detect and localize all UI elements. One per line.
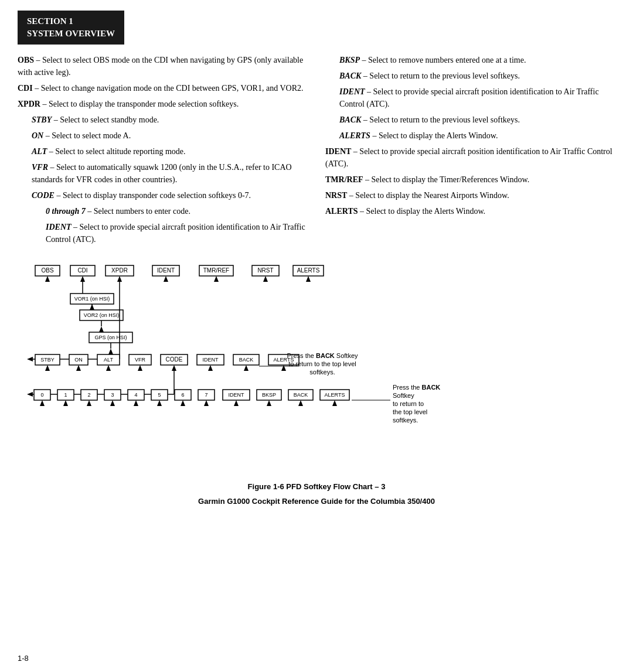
- svg-marker-33: [108, 349, 113, 354]
- bksp-entry: BKSP – Select to remove numbers entered …: [339, 54, 615, 66]
- page-footer: Garmin G1000 Cockpit Reference Guide for…: [0, 491, 633, 515]
- ident-entry2: IDENT – Select to provide special aircra…: [339, 86, 615, 110]
- right-column: BKSP – Select to remove numbers entered …: [325, 54, 615, 249]
- on-term: ON: [32, 131, 43, 140]
- svg-marker-14: [45, 276, 50, 282]
- ident-main-term: IDENT: [325, 147, 351, 156]
- alt-term: ALT: [32, 147, 47, 156]
- nrst-entry: NRST – Select to display the Nearest Air…: [325, 189, 615, 202]
- cdi-entry: CDI – Select to change navigation mode o…: [18, 82, 308, 94]
- alerts-entry1: ALERTS – Select to display the Alerts Wi…: [339, 129, 615, 142]
- svg-text:the top level: the top level: [393, 408, 427, 415]
- obs-term: OBS: [18, 56, 34, 64]
- svg-marker-100: [234, 400, 239, 406]
- svg-text:TMR/REF: TMR/REF: [203, 267, 229, 274]
- svg-text:ALERTS: ALERTS: [297, 267, 320, 274]
- alerts-term1: ALERTS: [339, 131, 370, 140]
- svg-text:BACK: BACK: [294, 392, 308, 398]
- flowchart-svg: OBS CDI XPDR IDENT TMR/REF NRST ALERTS: [18, 260, 615, 476]
- alerts-main-term: ALERTS: [325, 207, 358, 216]
- svg-marker-102: [298, 400, 303, 406]
- svg-text:XPDR: XPDR: [111, 267, 128, 274]
- svg-text:OBS: OBS: [41, 267, 53, 274]
- svg-marker-67: [27, 392, 33, 397]
- svg-text:VOR1 (on HSI): VOR1 (on HSI): [74, 296, 110, 302]
- svg-text:0: 0: [40, 392, 43, 398]
- svg-marker-59: [244, 365, 249, 371]
- nrst-term: NRST: [325, 191, 347, 200]
- code-term: CODE: [32, 191, 55, 200]
- svg-marker-54: [76, 365, 81, 371]
- svg-text:BACK: BACK: [239, 357, 254, 363]
- vfr-entry: VFR – Select to automatically squawk 120…: [32, 161, 308, 186]
- cdi-term: CDI: [18, 84, 33, 93]
- tmrref-entry: TMR/REF – Select to display the Timer/Re…: [325, 173, 615, 186]
- svg-marker-101: [267, 400, 271, 406]
- svg-text:IDENT: IDENT: [157, 267, 175, 274]
- xpdr-entry: XPDR – Select to display the transponder…: [18, 98, 308, 110]
- svg-marker-20: [306, 276, 311, 282]
- svg-text:ALERTS: ALERTS: [325, 392, 345, 398]
- svg-text:Softkey: Softkey: [393, 392, 414, 399]
- svg-marker-16: [117, 276, 122, 282]
- section-header: SECTION 1 SYSTEM OVERVIEW: [18, 11, 124, 45]
- footer-text: Garmin G1000 Cockpit Reference Guide for…: [0, 497, 633, 506]
- svg-text:7: 7: [205, 392, 207, 398]
- svg-text:GPS (on HSI): GPS (on HSI): [94, 335, 127, 340]
- svg-text:1: 1: [64, 392, 67, 398]
- section-header-line2: SYSTEM OVERVIEW: [27, 28, 115, 40]
- svg-marker-95: [110, 400, 115, 406]
- svg-marker-99: [204, 400, 209, 406]
- svg-text:ON: ON: [74, 357, 83, 363]
- obs-entry: OBS – Select to select OBS mode on the C…: [18, 54, 308, 79]
- svg-marker-97: [157, 400, 162, 406]
- svg-text:STBY: STBY: [40, 357, 55, 363]
- svg-text:Press the BACK Softkey: Press the BACK Softkey: [287, 352, 358, 359]
- svg-text:CODE: CODE: [166, 356, 183, 363]
- section-header-line1: SECTION 1: [27, 15, 115, 28]
- svg-text:4: 4: [134, 392, 137, 398]
- svg-text:3: 3: [111, 392, 114, 398]
- svg-marker-18: [214, 276, 219, 282]
- svg-text:VOR2 (on HSI): VOR2 (on HSI): [84, 312, 120, 318]
- svg-text:IDENT: IDENT: [203, 357, 219, 363]
- 0through7-entry: 0 through 7 – Select numbers to enter co…: [46, 205, 308, 217]
- svg-marker-96: [134, 400, 138, 406]
- svg-marker-29: [99, 326, 104, 332]
- svg-text:VFR: VFR: [135, 357, 146, 363]
- svg-marker-94: [87, 400, 91, 406]
- svg-text:6: 6: [181, 392, 184, 398]
- back-term1: BACK: [339, 71, 361, 80]
- ident-main-entry: IDENT – Select to provide special aircra…: [325, 145, 615, 170]
- alt-entry: ALT – Select to select altitude reportin…: [32, 145, 308, 158]
- svg-text:softkeys.: softkeys.: [393, 417, 418, 424]
- svg-marker-92: [40, 400, 45, 406]
- svg-marker-58: [208, 365, 213, 371]
- svg-marker-98: [181, 400, 185, 406]
- svg-text:BKSP: BKSP: [262, 392, 276, 398]
- back-entry2: BACK – Select to return to the previous …: [339, 114, 615, 126]
- svg-text:softkeys.: softkeys.: [309, 369, 335, 376]
- vfr-term: VFR: [32, 163, 48, 172]
- svg-marker-17: [164, 276, 168, 282]
- 0through7-term: 0 through 7: [46, 207, 86, 216]
- svg-text:5: 5: [158, 392, 161, 398]
- stby-entry: STBY – Select to select standby mode.: [32, 114, 308, 126]
- svg-text:2: 2: [87, 392, 90, 398]
- svg-marker-53: [45, 365, 50, 371]
- svg-marker-19: [263, 276, 268, 282]
- svg-marker-103: [332, 400, 337, 406]
- svg-marker-57: [172, 365, 176, 371]
- tmrref-term: TMR/REF: [325, 175, 363, 184]
- code-entry: CODE – Select to display transponder cod…: [32, 189, 308, 202]
- svg-text:IDENT: IDENT: [229, 392, 245, 398]
- svg-text:to return to: to return to: [393, 400, 424, 407]
- svg-marker-93: [63, 400, 68, 406]
- svg-text:NRST: NRST: [257, 267, 273, 274]
- svg-marker-56: [138, 365, 142, 371]
- ident-sub-term: IDENT: [46, 223, 72, 231]
- on-entry: ON – Select to select mode A.: [32, 129, 308, 142]
- figure-caption: Figure 1-6 PFD Softkey Flow Chart – 3: [0, 482, 633, 491]
- back-entry1: BACK – Select to return to the previous …: [339, 70, 615, 82]
- page-number: 1-8: [18, 654, 29, 663]
